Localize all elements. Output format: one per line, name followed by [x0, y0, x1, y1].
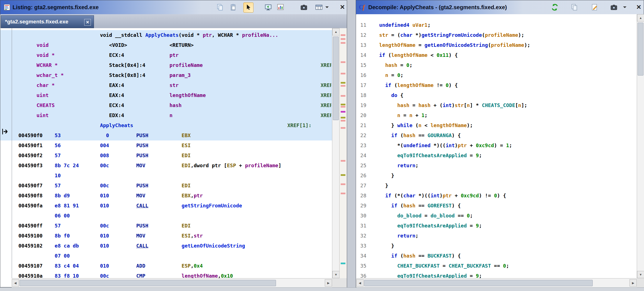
overview-marker[interactable]: [341, 117, 345, 118]
scroll-right-button[interactable]: ▶: [630, 279, 637, 287]
listing-row[interactable]: char *EAX:4strXREF: [0, 80, 332, 90]
listing-row[interactable]: CHEATSECX:4hashXREF: [0, 100, 332, 110]
decompile-horizontal-scrollbar[interactable]: ◀ ▶: [356, 278, 637, 287]
snapshot-camera-icon[interactable]: [610, 4, 618, 11]
decompile-line[interactable]: 28if (*(char *)((int)ptr + 0xc9cd) != 0)…: [356, 191, 637, 201]
listing-vertical-scrollbar[interactable]: ▲ ▼: [332, 28, 339, 278]
snapshot-camera-icon[interactable]: [300, 4, 308, 11]
decompile-hscrollbar-thumb[interactable]: [364, 280, 593, 286]
decompile-vertical-scrollbar[interactable]: ▲ ▼: [637, 14, 644, 278]
scroll-down-button[interactable]: ▼: [637, 271, 644, 278]
listing-row[interactable]: 0045910a83 f8 1000cCMPlengthOfName,0x10: [0, 271, 332, 278]
listing-row[interactable]: 004590f257008PUSHEDI: [0, 151, 332, 161]
listing-row[interactable]: void<VOID><RETURN>: [0, 40, 332, 50]
listing-panel-header[interactable]: Listing: gta2.segments.fixed.exe: [0, 0, 347, 14]
overview-marker[interactable]: [341, 160, 345, 162]
function-signature-row[interactable]: void __stdcall ApplyCheats(void * ptr, W…: [0, 30, 332, 40]
listing-hscrollbar-thumb[interactable]: [20, 280, 276, 286]
listing-row[interactable]: 004590f156004PUSHESI: [0, 140, 332, 151]
overview-marker[interactable]: [341, 61, 345, 63]
decompile-line[interactable]: 13lengthOfName = getLenOfUnicodeString(p…: [356, 40, 637, 50]
overview-marker[interactable]: [341, 38, 345, 40]
decompile-line[interactable]: 22if (hash == GOURANGA) {: [356, 130, 637, 140]
listing-row[interactable]: 10: [0, 171, 332, 181]
listing-row[interactable]: 004590f0530PUSHEBX: [0, 130, 332, 140]
refresh-icon[interactable]: [551, 4, 558, 11]
listing-row[interactable]: wchar_t *Stack[0x8]:4param_3: [0, 70, 332, 80]
overview-marker[interactable]: [341, 263, 345, 264]
tab-close-icon[interactable]: ✕: [84, 19, 91, 26]
clone-window-icon[interactable]: [265, 4, 272, 11]
chevron-down-icon[interactable]: [623, 6, 626, 10]
scroll-left-button[interactable]: ◀: [12, 279, 19, 287]
decompile-line[interactable]: 25return;: [356, 161, 637, 171]
chevron-down-icon[interactable]: [325, 6, 329, 10]
decompile-scrollbar-thumb[interactable]: [638, 23, 643, 76]
overview-marker[interactable]: [341, 127, 345, 129]
overview-marker[interactable]: [341, 82, 345, 84]
overview-marker[interactable]: [341, 85, 345, 87]
listing-scrollbar-thumb[interactable]: [333, 37, 339, 120]
listing-row[interactable]: WCHAR *Stack[0x4]:4profileNameXREF: [0, 60, 332, 70]
close-icon[interactable]: ✕: [340, 0, 345, 14]
close-icon[interactable]: ✕: [636, 0, 641, 14]
decompile-line[interactable]: 17if (lengthOfName != 0) {: [356, 80, 637, 90]
scroll-down-button[interactable]: ▼: [332, 271, 340, 278]
decompile-line[interactable]: 14if (lengthOfName < 0x11) {: [356, 50, 637, 60]
overview-marker[interactable]: [341, 104, 345, 105]
decompile-line[interactable]: 18do {: [356, 90, 637, 100]
listing-row[interactable]: 004590fae8 81 91010CALLgetStringFromUnic…: [0, 201, 332, 211]
listing-horizontal-scrollbar[interactable]: ◀ ▶: [12, 278, 332, 287]
decompile-line[interactable]: 11undefined4 uVar1;: [356, 20, 637, 30]
cursor-hover-toggle-button[interactable]: [243, 3, 253, 13]
listing-row[interactable]: 004590f88b d9010MOVEBX,ptr: [0, 191, 332, 201]
overview-marker[interactable]: [341, 183, 345, 185]
decompile-panel-header[interactable]: Cf Decompile: ApplyCheats - (gta2.segmen…: [356, 0, 644, 14]
listing-row[interactable]: uintEDX:4nXREF: [0, 110, 332, 120]
decompile-line[interactable]: 29if (hash == GOREFEST) {: [356, 201, 637, 211]
decompile-line[interactable]: 36eqTo9IfCheatsAreApplied = 9;: [356, 271, 637, 278]
overview-marker[interactable]: [341, 106, 345, 108]
overview-marker[interactable]: [341, 42, 345, 44]
copy-icon[interactable]: [216, 4, 224, 11]
scroll-up-button[interactable]: ▲: [332, 28, 340, 35]
paste-icon[interactable]: [229, 4, 237, 11]
listing-row[interactable]: 0045910783 c4 04010ADDESP,0x4: [0, 261, 332, 271]
listing-header-table-icon[interactable]: [315, 4, 323, 11]
scroll-left-button[interactable]: ◀: [356, 279, 364, 287]
function-label-row[interactable]: ApplyCheatsXREF[1]:: [0, 120, 332, 130]
listing-row[interactable]: 004591008b f0010MOVESI,str: [0, 231, 332, 241]
overview-marker[interactable]: [341, 174, 345, 176]
decompile-line[interactable]: 15hash = 0;: [356, 60, 637, 70]
scroll-right-button[interactable]: ▶: [325, 279, 332, 287]
decompile-line[interactable]: 35CHEAT_BUCKFAST = CHEAT_BUCKFAST == 0;: [356, 261, 637, 271]
copy-icon[interactable]: [571, 4, 578, 11]
overview-marker[interactable]: [341, 120, 345, 122]
decompile-line[interactable]: 26}: [356, 171, 637, 181]
decompile-line[interactable]: 23*(undefined *)((int)ptr + 0xc9cd) = 1;: [356, 140, 637, 151]
overview-marker[interactable]: [341, 111, 345, 113]
edit-signature-icon[interactable]: [591, 4, 598, 11]
listing-row[interactable]: 07 00: [0, 251, 332, 261]
decompile-line[interactable]: 30do_blood = do_blood == 0;: [356, 211, 637, 221]
decompile-line[interactable]: 32return;: [356, 231, 637, 241]
tab-gta2-segments-fixed-exe[interactable]: *gta2.segments.fixed.exe ✕: [1, 15, 94, 28]
decompile-line[interactable]: 21} while (n < lengthOfName);: [356, 120, 637, 130]
decompile-line[interactable]: 27}: [356, 181, 637, 191]
listing-row[interactable]: 004590f75700cPUSHEDI: [0, 181, 332, 191]
overview-marker[interactable]: [341, 95, 345, 97]
decompile-line[interactable]: 33}: [356, 241, 637, 251]
listing-row[interactable]: void *ECX:4ptr: [0, 50, 332, 60]
decompile-line[interactable]: 20n = n + 1;: [356, 110, 637, 120]
decompile-line[interactable]: 34if (hash == BUCKFAST) {: [356, 251, 637, 261]
decompile-line[interactable]: 24eqTo9IfCheatsAreApplied = 9;: [356, 151, 637, 161]
function-graph-icon[interactable]: [277, 4, 284, 11]
decompile-line[interactable]: 12str = (char *)getStringFromUnicode(pro…: [356, 30, 637, 40]
listing-row[interactable]: 004590ff5700cPUSHEDI: [0, 221, 332, 231]
scroll-up-button[interactable]: ▲: [637, 14, 644, 21]
listing-row[interactable]: 06 00: [0, 211, 332, 221]
decompile-line[interactable]: 19hash = hash + (int)str[n] * CHEATS_COD…: [356, 100, 637, 110]
decompile-line[interactable]: 16n = 0;: [356, 70, 637, 80]
decompile-line[interactable]: 31eqTo9IfCheatsAreApplied = 9;: [356, 221, 637, 231]
overview-marker[interactable]: [341, 193, 345, 194]
